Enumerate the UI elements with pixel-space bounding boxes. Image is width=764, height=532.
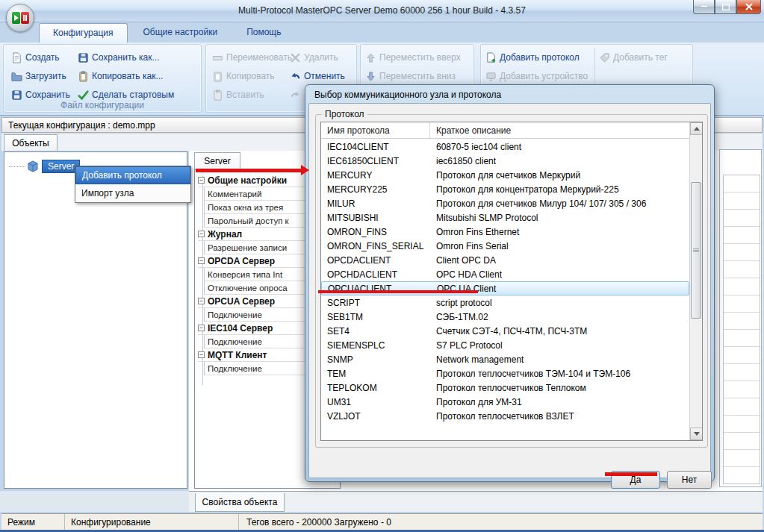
protocol-description: Протокол для счетчиков Милур 104/ 107/ 3… (430, 198, 689, 209)
settings-label: Подключение (208, 337, 262, 346)
protocol-row[interactable]: SIEMENSPLCS7 PLC Protocol (321, 338, 689, 352)
maximize-button[interactable] (715, 0, 736, 14)
settings-label: OPCDA Сервер (208, 256, 275, 266)
protocol-row[interactable]: SEB1TMСЭБ-1ТМ.02 (321, 310, 689, 324)
protocol-name: IEC61850CLIENT (321, 156, 430, 166)
tab-server[interactable]: Server (194, 152, 240, 169)
protocol-row[interactable]: TEPLOKOMПротокол теплосчетчиков Теплоком (321, 381, 689, 395)
protocol-description: СЭБ-1ТМ.02 (430, 312, 689, 322)
scroll-down-button[interactable] (690, 428, 703, 440)
collapse-icon[interactable]: − (198, 351, 205, 358)
ribbon-tab[interactable]: Конфигурация (39, 23, 128, 43)
toolbar-button-label: Копировать как... (92, 71, 163, 81)
toolbar-button-undo[interactable]: Отменить (290, 68, 345, 84)
tree-node-server[interactable]: Server (9, 160, 80, 173)
collapse-icon[interactable]: − (198, 231, 205, 237)
app-menu-button[interactable] (6, 4, 34, 32)
redo-icon (290, 90, 301, 101)
toolbar-button-label: Переместить вверх (379, 52, 461, 63)
protocol-row[interactable]: IEC104CLIENT60870-5 iec104 client (321, 140, 689, 154)
status-tags-count: Тегов всего - 200000 Загружено - 0 (239, 514, 397, 530)
protocol-name: SNMP (321, 354, 430, 365)
ribbon-tab[interactable]: Общие настройки (130, 23, 232, 43)
toolbar-group-file: Файл конфигурации СоздатьСохранить как..… (3, 44, 202, 113)
protocol-row[interactable]: OPCUACLIENTOPC UA Client (321, 281, 689, 295)
protocol-groupbox: Протокол Имя протокола Краткое описание … (315, 114, 708, 448)
toolbar-button-new-document[interactable]: Создать (11, 49, 60, 66)
toolbar-button-load[interactable]: Загрузить (11, 68, 66, 84)
protocol-row[interactable]: IEC61850CLIENTiec61850 client (321, 154, 689, 168)
save-as-icon (78, 52, 89, 63)
protocol-groupbox-label: Протокол (322, 109, 367, 119)
protocol-row[interactable]: MERCURYПротокол для счетчиков Меркурий (321, 168, 689, 182)
protocol-select-dialog: Выбор коммуникационного узла и протокола… (305, 84, 715, 482)
toolbar-button-copy-as[interactable]: Копировать как... (78, 68, 163, 84)
protocol-row[interactable]: MERCURY225Протокол для концентратора Мер… (321, 182, 689, 196)
tags-grid-panel (719, 149, 762, 487)
protocol-row[interactable]: MILURПротокол для счетчиков Милур 104/ 1… (321, 196, 689, 210)
tab-object-properties[interactable]: Свойства объекта (195, 493, 285, 512)
collapse-icon[interactable]: − (198, 298, 205, 304)
arrow-down-icon (365, 71, 376, 82)
toolbar-button-add-protocol[interactable]: Добавить протокол (485, 49, 580, 66)
toolbar-button-label: Переименовать (226, 52, 292, 63)
no-button[interactable]: Нет (667, 471, 712, 489)
scroll-up-button[interactable] (690, 122, 703, 135)
title-bar[interactable]: Multi-Protocol MasterOPC Server Demo 600… (0, 0, 764, 22)
context-menu-item[interactable]: Добавить протокол (75, 166, 190, 184)
context-menu-item[interactable]: Импорт узла (75, 184, 190, 202)
vertical-scrollbar[interactable] (689, 122, 702, 440)
toolbar-button-save[interactable]: Сохранить (11, 87, 70, 103)
collapse-icon[interactable]: − (198, 325, 205, 331)
collapse-icon[interactable]: − (198, 177, 205, 184)
protocol-row[interactable]: VZLJOTПротокол теплосчетчиков ВЗЛЕТ (321, 409, 689, 423)
collapse-icon[interactable]: − (198, 257, 205, 264)
protocol-description: iec61850 client (430, 156, 689, 166)
settings-label: Общие настройки (208, 175, 287, 186)
toolbar-button-label: Сохранить как... (92, 52, 159, 63)
protocol-description: 60870-5 iec104 client (430, 142, 689, 152)
toolbar-button-delete: Удалить (290, 49, 338, 66)
protocol-name: OMRON_FINS (321, 227, 430, 237)
annotation-underline-selected-row (318, 290, 478, 293)
protocol-row[interactable]: SCRIPTscript protocol (321, 295, 689, 310)
ribbon-tab[interactable]: Помощь (233, 23, 294, 43)
settings-label: Разрешение записи (208, 243, 287, 252)
toolbar-button-label: Копировать (226, 71, 275, 81)
protocol-row[interactable]: OMRON_FINSOmron Fins Ethernet (321, 225, 689, 239)
protocol-description: Протокол теплосчетчиков ВЗЛЕТ (430, 411, 689, 422)
protocol-name: VZLJOT (321, 411, 430, 422)
protocol-row[interactable]: MITSUBISHIMitsubishi SLMP Protocol (321, 210, 689, 225)
minimize-button[interactable] (693, 0, 715, 14)
save-icon (11, 90, 22, 101)
settings-label: Отключение опроса (208, 284, 288, 292)
protocol-row[interactable]: TEMПротокол теплосчетчиков ТЭМ-104 и ТЭМ… (321, 366, 689, 381)
protocol-row[interactable]: SET4Счетчик СЭТ-4, ПСЧ-4ТМ, ПСЧ-3ТМ (321, 324, 689, 338)
protocol-row[interactable]: OPCDACLIENTClient OPC DA (321, 253, 689, 267)
server-cube-icon (27, 160, 39, 172)
scrollbar-thumb[interactable] (691, 182, 701, 319)
protocol-name: UM31 (321, 397, 430, 407)
protocol-description: Network management (430, 354, 689, 365)
check-icon (78, 90, 89, 101)
protocol-row[interactable]: UM31Протокол для УМ-31 (321, 395, 689, 409)
protocol-row[interactable]: OMRON_FINS_SERIALOmron Fins Serial (321, 239, 689, 253)
column-protocol-name: Имя протокола (321, 122, 430, 138)
protocol-name: MITSUBISHI (321, 213, 430, 223)
status-mode-label: Режим (1, 514, 65, 530)
protocol-row[interactable]: SNMPNetwork management (321, 352, 689, 366)
toolbar-button-arrow-up: Переместить вверх (365, 49, 461, 66)
toolbar-button-check[interactable]: Сделать стартовым (78, 87, 174, 103)
annotation-underline-yes-button (605, 472, 657, 476)
settings-label: Журнал (208, 229, 242, 240)
settings-label: Комментарий (208, 190, 261, 198)
tab-objects[interactable]: Объекты (4, 134, 58, 151)
protocol-description: Счетчик СЭТ-4, ПСЧ-4ТМ, ПСЧ-3ТМ (430, 326, 689, 337)
settings-label: Показ окна из трея (208, 203, 283, 212)
toolbar-button-label: Переместить вниз (379, 71, 456, 81)
toolbar-button-copy: Копировать (212, 68, 275, 84)
window-title: Multi-Protocol MasterOPC Server Demo 600… (0, 5, 764, 16)
protocol-row[interactable]: OPCHDACLIENTOPC HDA Client (321, 267, 689, 281)
toolbar-button-save-as[interactable]: Сохранить как... (78, 49, 159, 66)
close-button[interactable] (736, 0, 761, 14)
